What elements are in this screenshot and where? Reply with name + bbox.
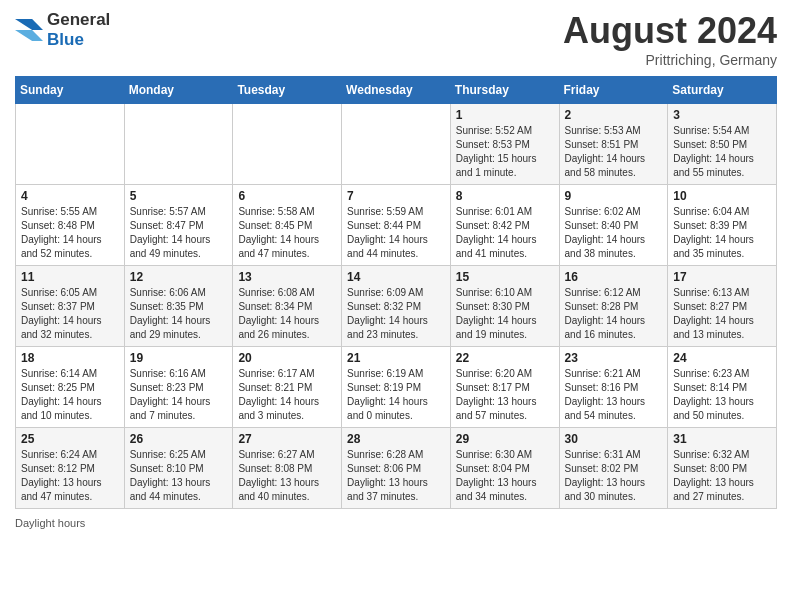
calendar-cell: 28Sunrise: 6:28 AM Sunset: 8:06 PM Dayli… — [342, 428, 451, 509]
calendar-cell: 12Sunrise: 6:06 AM Sunset: 8:35 PM Dayli… — [124, 266, 233, 347]
calendar-cell: 4Sunrise: 5:55 AM Sunset: 8:48 PM Daylig… — [16, 185, 125, 266]
calendar-cell: 29Sunrise: 6:30 AM Sunset: 8:04 PM Dayli… — [450, 428, 559, 509]
weekday-header-monday: Monday — [124, 77, 233, 104]
calendar-body: 1Sunrise: 5:52 AM Sunset: 8:53 PM Daylig… — [16, 104, 777, 509]
calendar-cell: 21Sunrise: 6:19 AM Sunset: 8:19 PM Dayli… — [342, 347, 451, 428]
calendar-cell: 30Sunrise: 6:31 AM Sunset: 8:02 PM Dayli… — [559, 428, 668, 509]
calendar-header: SundayMondayTuesdayWednesdayThursdayFrid… — [16, 77, 777, 104]
day-info: Sunrise: 5:57 AM Sunset: 8:47 PM Dayligh… — [130, 205, 228, 261]
day-info: Sunrise: 6:27 AM Sunset: 8:08 PM Dayligh… — [238, 448, 336, 504]
day-info: Sunrise: 6:08 AM Sunset: 8:34 PM Dayligh… — [238, 286, 336, 342]
calendar-cell: 23Sunrise: 6:21 AM Sunset: 8:16 PM Dayli… — [559, 347, 668, 428]
day-info: Sunrise: 5:55 AM Sunset: 8:48 PM Dayligh… — [21, 205, 119, 261]
day-number: 31 — [673, 432, 771, 446]
day-number: 6 — [238, 189, 336, 203]
day-number: 3 — [673, 108, 771, 122]
calendar-cell: 11Sunrise: 6:05 AM Sunset: 8:37 PM Dayli… — [16, 266, 125, 347]
weekday-header-thursday: Thursday — [450, 77, 559, 104]
day-number: 19 — [130, 351, 228, 365]
weekday-header-sunday: Sunday — [16, 77, 125, 104]
day-info: Sunrise: 6:02 AM Sunset: 8:40 PM Dayligh… — [565, 205, 663, 261]
calendar-cell: 20Sunrise: 6:17 AM Sunset: 8:21 PM Dayli… — [233, 347, 342, 428]
svg-marker-0 — [15, 19, 43, 30]
day-info: Sunrise: 6:10 AM Sunset: 8:30 PM Dayligh… — [456, 286, 554, 342]
logo-general: General — [47, 10, 110, 29]
day-number: 20 — [238, 351, 336, 365]
day-info: Sunrise: 6:16 AM Sunset: 8:23 PM Dayligh… — [130, 367, 228, 423]
day-info: Sunrise: 6:04 AM Sunset: 8:39 PM Dayligh… — [673, 205, 771, 261]
weekday-header-row: SundayMondayTuesdayWednesdayThursdayFrid… — [16, 77, 777, 104]
day-info: Sunrise: 6:17 AM Sunset: 8:21 PM Dayligh… — [238, 367, 336, 423]
day-info: Sunrise: 5:53 AM Sunset: 8:51 PM Dayligh… — [565, 124, 663, 180]
day-number: 22 — [456, 351, 554, 365]
day-info: Sunrise: 5:52 AM Sunset: 8:53 PM Dayligh… — [456, 124, 554, 180]
calendar-cell: 17Sunrise: 6:13 AM Sunset: 8:27 PM Dayli… — [668, 266, 777, 347]
calendar-cell: 7Sunrise: 5:59 AM Sunset: 8:44 PM Daylig… — [342, 185, 451, 266]
calendar-cell: 25Sunrise: 6:24 AM Sunset: 8:12 PM Dayli… — [16, 428, 125, 509]
calendar-week-5: 25Sunrise: 6:24 AM Sunset: 8:12 PM Dayli… — [16, 428, 777, 509]
day-number: 27 — [238, 432, 336, 446]
day-info: Sunrise: 6:28 AM Sunset: 8:06 PM Dayligh… — [347, 448, 445, 504]
day-info: Sunrise: 5:59 AM Sunset: 8:44 PM Dayligh… — [347, 205, 445, 261]
calendar-cell: 26Sunrise: 6:25 AM Sunset: 8:10 PM Dayli… — [124, 428, 233, 509]
day-info: Sunrise: 6:12 AM Sunset: 8:28 PM Dayligh… — [565, 286, 663, 342]
calendar-cell: 24Sunrise: 6:23 AM Sunset: 8:14 PM Dayli… — [668, 347, 777, 428]
day-info: Sunrise: 6:25 AM Sunset: 8:10 PM Dayligh… — [130, 448, 228, 504]
day-number: 16 — [565, 270, 663, 284]
calendar-cell: 10Sunrise: 6:04 AM Sunset: 8:39 PM Dayli… — [668, 185, 777, 266]
logo-text: General Blue — [47, 10, 110, 50]
calendar-cell: 31Sunrise: 6:32 AM Sunset: 8:00 PM Dayli… — [668, 428, 777, 509]
calendar-cell: 19Sunrise: 6:16 AM Sunset: 8:23 PM Dayli… — [124, 347, 233, 428]
footer-label: Daylight hours — [15, 517, 85, 529]
day-info: Sunrise: 6:31 AM Sunset: 8:02 PM Dayligh… — [565, 448, 663, 504]
day-info: Sunrise: 6:19 AM Sunset: 8:19 PM Dayligh… — [347, 367, 445, 423]
day-number: 25 — [21, 432, 119, 446]
calendar-cell: 22Sunrise: 6:20 AM Sunset: 8:17 PM Dayli… — [450, 347, 559, 428]
location: Prittriching, Germany — [563, 52, 777, 68]
title-block: August 2024 Prittriching, Germany — [563, 10, 777, 68]
day-number: 17 — [673, 270, 771, 284]
day-info: Sunrise: 6:21 AM Sunset: 8:16 PM Dayligh… — [565, 367, 663, 423]
day-info: Sunrise: 6:01 AM Sunset: 8:42 PM Dayligh… — [456, 205, 554, 261]
calendar-cell: 14Sunrise: 6:09 AM Sunset: 8:32 PM Dayli… — [342, 266, 451, 347]
calendar-week-3: 11Sunrise: 6:05 AM Sunset: 8:37 PM Dayli… — [16, 266, 777, 347]
calendar-cell: 27Sunrise: 6:27 AM Sunset: 8:08 PM Dayli… — [233, 428, 342, 509]
day-number: 4 — [21, 189, 119, 203]
calendar-week-1: 1Sunrise: 5:52 AM Sunset: 8:53 PM Daylig… — [16, 104, 777, 185]
day-number: 10 — [673, 189, 771, 203]
day-info: Sunrise: 6:24 AM Sunset: 8:12 PM Dayligh… — [21, 448, 119, 504]
calendar-cell: 18Sunrise: 6:14 AM Sunset: 8:25 PM Dayli… — [16, 347, 125, 428]
calendar-cell: 1Sunrise: 5:52 AM Sunset: 8:53 PM Daylig… — [450, 104, 559, 185]
footer: Daylight hours — [15, 517, 777, 529]
calendar-cell: 5Sunrise: 5:57 AM Sunset: 8:47 PM Daylig… — [124, 185, 233, 266]
calendar-cell — [124, 104, 233, 185]
calendar-cell: 16Sunrise: 6:12 AM Sunset: 8:28 PM Dayli… — [559, 266, 668, 347]
calendar-cell: 13Sunrise: 6:08 AM Sunset: 8:34 PM Dayli… — [233, 266, 342, 347]
day-number: 5 — [130, 189, 228, 203]
day-number: 13 — [238, 270, 336, 284]
day-info: Sunrise: 6:09 AM Sunset: 8:32 PM Dayligh… — [347, 286, 445, 342]
day-info: Sunrise: 6:05 AM Sunset: 8:37 PM Dayligh… — [21, 286, 119, 342]
day-info: Sunrise: 6:14 AM Sunset: 8:25 PM Dayligh… — [21, 367, 119, 423]
day-number: 23 — [565, 351, 663, 365]
logo-blue: Blue — [47, 30, 84, 49]
month-year: August 2024 — [563, 10, 777, 52]
weekday-header-saturday: Saturday — [668, 77, 777, 104]
day-number: 1 — [456, 108, 554, 122]
day-info: Sunrise: 6:23 AM Sunset: 8:14 PM Dayligh… — [673, 367, 771, 423]
day-number: 14 — [347, 270, 445, 284]
calendar-cell — [342, 104, 451, 185]
day-info: Sunrise: 6:20 AM Sunset: 8:17 PM Dayligh… — [456, 367, 554, 423]
day-number: 24 — [673, 351, 771, 365]
weekday-header-wednesday: Wednesday — [342, 77, 451, 104]
calendar-cell: 2Sunrise: 5:53 AM Sunset: 8:51 PM Daylig… — [559, 104, 668, 185]
day-number: 18 — [21, 351, 119, 365]
day-number: 28 — [347, 432, 445, 446]
calendar-cell: 3Sunrise: 5:54 AM Sunset: 8:50 PM Daylig… — [668, 104, 777, 185]
day-info: Sunrise: 6:13 AM Sunset: 8:27 PM Dayligh… — [673, 286, 771, 342]
day-number: 12 — [130, 270, 228, 284]
calendar-cell: 15Sunrise: 6:10 AM Sunset: 8:30 PM Dayli… — [450, 266, 559, 347]
calendar-cell: 6Sunrise: 5:58 AM Sunset: 8:45 PM Daylig… — [233, 185, 342, 266]
logo-icon — [15, 19, 43, 41]
day-info: Sunrise: 6:32 AM Sunset: 8:00 PM Dayligh… — [673, 448, 771, 504]
